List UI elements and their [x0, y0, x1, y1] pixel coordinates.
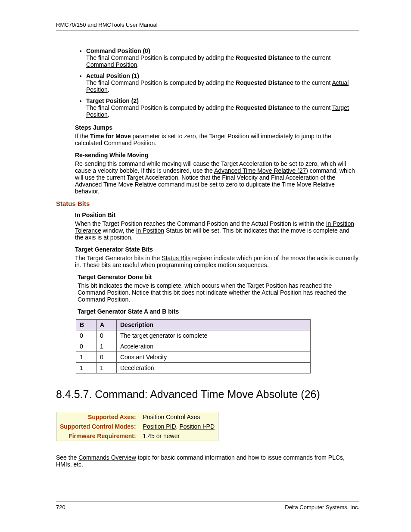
tg-done-title: Target Generator Done bit: [78, 274, 359, 280]
bullet-text: The final Command Position is computed b…: [86, 104, 236, 111]
table-row: 0 0 The target generator is complete: [76, 330, 311, 341]
bullet-text: .: [137, 61, 139, 68]
see-also-text: See the Commands Overview topic for basi…: [56, 454, 359, 468]
page-header: RMC70/150 and RMCTools User Manual: [56, 22, 359, 28]
bullet-title: Actual Position (1): [86, 72, 139, 79]
state-bits-table: B A Description 0 0 The target generator…: [76, 319, 311, 373]
cell-desc: Acceleration: [117, 341, 311, 352]
infobox-label-axes: Supported Axes:: [56, 412, 140, 422]
cell-b: 1: [76, 352, 97, 363]
bullet-text: to the current: [293, 104, 332, 111]
steps-jumps-text: If the Time for Move parameter is set to…: [75, 133, 359, 146]
table-row: 1 1 Deceleration: [76, 363, 311, 373]
bullet-title: Target Position (2): [86, 97, 139, 104]
status-bits-heading: Status Bits: [56, 200, 359, 207]
text: When the Target Position reaches the Com…: [75, 220, 326, 227]
chapter-heading: 8.4.5.7. Command: Advanced Time Move Abs…: [56, 388, 359, 401]
cell-a: 0: [97, 330, 117, 341]
resend-title: Re-sending While Moving: [75, 152, 359, 159]
infobox-label-modes: Supported Control Modes:: [56, 422, 140, 431]
page-footer: 720 Delta Computer Systems, Inc.: [56, 501, 359, 510]
page-number: 720: [56, 504, 65, 510]
infobox-value-fw: 1.45 or newer: [140, 431, 218, 441]
text: The Target Generator bits in the: [75, 255, 162, 261]
bullet-item: Target Position (2) The final Command Po…: [86, 97, 359, 118]
steps-jumps-title: Steps Jumps: [75, 124, 359, 131]
link-in-position[interactable]: In Position: [136, 227, 164, 234]
bullet-item: Command Position (0) The final Command P…: [86, 47, 359, 68]
header-rule: [56, 31, 359, 31]
tg-state-title: Target Generator State Bits: [75, 246, 359, 253]
link-adv-time-move-rel[interactable]: Advanced Time Move Relative (27): [214, 167, 308, 174]
company-name: Delta Computer Systems, Inc.: [285, 504, 359, 510]
bullet-text: The final Command Position is computed b…: [86, 79, 236, 86]
link-position-pid[interactable]: Position PID: [143, 423, 176, 430]
table-row: 0 1 Acceleration: [76, 341, 311, 352]
bullet-item: Actual Position (1) The final Command Po…: [86, 72, 359, 93]
bullet-text: to the current: [293, 54, 330, 61]
tg-ab-title: Target Generator State A and B bits: [78, 308, 359, 315]
infobox-value-modes: Position PID, Position I-PD: [140, 422, 218, 431]
cell-b: 0: [76, 341, 97, 352]
cell-b: 1: [76, 363, 97, 373]
bullet-list: Command Position (0) The final Command P…: [56, 47, 359, 118]
link-position-ipd[interactable]: Position I-PD: [179, 423, 215, 430]
bullet-bold: Requested Distance: [236, 104, 293, 111]
link-command-position[interactable]: Command Position: [86, 61, 137, 68]
bullet-text: to the current: [293, 79, 332, 86]
bold-text: Time for Move: [90, 133, 131, 140]
link-status-bits[interactable]: Status Bits: [162, 255, 190, 261]
col-desc: Description: [117, 320, 311, 330]
command-infobox: Supported Axes: Position Control Axes Su…: [56, 412, 218, 441]
col-b: B: [76, 320, 97, 330]
col-a: A: [97, 320, 117, 330]
infobox-label-fw: Firmware Requirement:: [56, 431, 140, 441]
in-position-bit-text: When the Target Position reaches the Com…: [75, 220, 359, 241]
infobox-value-axes: Position Control Axes: [140, 412, 218, 422]
bullet-bold: Requested Distance: [236, 79, 293, 86]
tg-state-text: The Target Generator bits in the Status …: [75, 255, 359, 268]
cell-a: 1: [97, 341, 117, 352]
table-header-row: B A Description: [76, 320, 311, 330]
tg-done-text: This bit indicates the move is complete,…: [78, 282, 359, 303]
cell-a: 1: [97, 363, 117, 373]
bullet-text: The final Command Position is computed b…: [86, 54, 236, 61]
bullet-text: .: [108, 111, 109, 118]
in-position-bit-title: In Position Bit: [75, 212, 359, 218]
cell-desc: Deceleration: [117, 363, 311, 373]
cell-a: 0: [97, 352, 117, 363]
bullet-title: Command Position (0): [86, 47, 150, 54]
bullet-bold: Requested Distance: [236, 54, 293, 61]
text: If the: [75, 133, 90, 140]
resend-text: Re-sending this command while moving wil…: [75, 160, 359, 195]
table-row: 1 0 Constant Velocity: [76, 352, 311, 363]
link-commands-overview[interactable]: Commands Overview: [78, 454, 136, 461]
text: window, the: [101, 227, 136, 234]
cell-desc: The target generator is complete: [117, 330, 311, 341]
cell-desc: Constant Velocity: [117, 352, 311, 363]
bullet-text: .: [108, 86, 109, 93]
cell-b: 0: [76, 330, 97, 341]
text: See the: [56, 454, 78, 461]
